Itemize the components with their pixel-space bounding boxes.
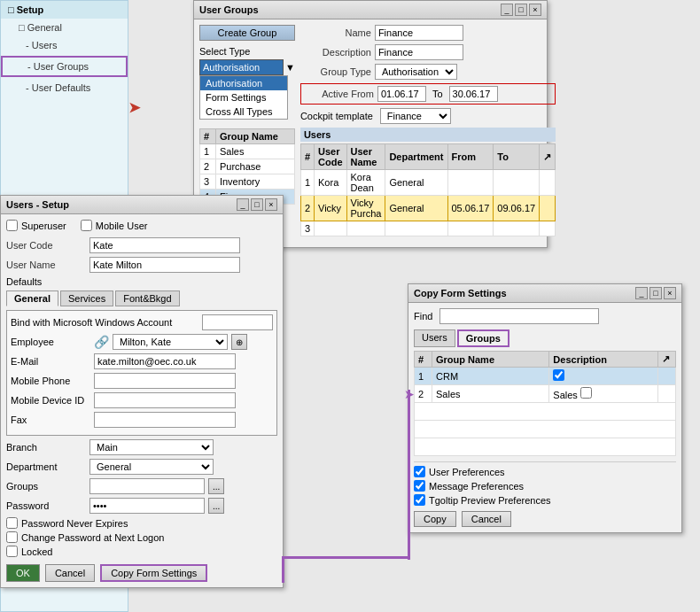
ok-btn[interactable]: OK	[6, 564, 40, 582]
table-row[interactable]: 2 Purchase	[200, 159, 295, 174]
cfs-col-name: Group Name	[432, 352, 549, 368]
cfs-maximize-btn[interactable]: □	[649, 287, 662, 299]
locked-checkbox[interactable]	[6, 546, 18, 557]
groups-col-num: #	[200, 129, 216, 144]
tab-services[interactable]: Services	[60, 291, 113, 306]
superuser-checkbox[interactable]	[6, 220, 18, 231]
sidebar-item-user-groups[interactable]: - User Groups	[1, 56, 128, 77]
password-btn[interactable]: ...	[208, 498, 224, 514]
cfs-copy-btn[interactable]: Copy	[414, 511, 456, 527]
tab-font-bkgd[interactable]: Font&Bkgd	[115, 291, 179, 306]
description-input[interactable]	[375, 44, 463, 60]
cfs-minimize-btn[interactable]: _	[635, 287, 648, 299]
sidebar-user-groups-label: User Groups	[34, 61, 89, 72]
cancel-btn[interactable]: Cancel	[45, 564, 95, 582]
users-col-num: #	[300, 144, 314, 170]
cfs-tab-users[interactable]: Users	[414, 329, 455, 347]
us-to-cfs-arrow-v	[282, 556, 284, 583]
table-row[interactable]: 3	[300, 221, 555, 236]
cfs-tab-bar: Users Groups	[414, 329, 676, 347]
sidebar-setup-section: □ Setup	[1, 1, 128, 19]
groups-input[interactable]	[89, 478, 205, 494]
mobile-device-id-input[interactable]	[94, 392, 236, 408]
pwd-never-expires-checkbox[interactable]	[6, 517, 18, 529]
employee-select[interactable]: Milton, Kate	[113, 334, 228, 350]
minimize-btn[interactable]: _	[501, 4, 513, 16]
cfs-window-controls: _ □ ×	[635, 287, 676, 299]
find-input[interactable]	[439, 308, 599, 324]
folder-icon: □	[19, 22, 25, 33]
cfs-tab-groups[interactable]: Groups	[457, 329, 509, 347]
bind-ms-input[interactable]	[202, 314, 273, 330]
cfs-close-btn[interactable]: ×	[664, 287, 676, 299]
table-row[interactable]: 3 Inventory	[200, 174, 295, 190]
us-to-cfs-arrow-head: ➤	[404, 387, 415, 401]
table-row[interactable]	[415, 421, 676, 438]
message-prefs-label: Message Preferences	[429, 481, 524, 492]
table-row[interactable]: 1 Sales	[200, 144, 295, 159]
table-row[interactable]	[415, 403, 676, 421]
description-label: Description	[300, 47, 371, 58]
cockpit-select[interactable]: Finance	[380, 108, 451, 124]
table-row[interactable]: 2 Vicky Vicky Purcha General 05.06.17 09…	[300, 196, 555, 221]
users-col-expand: ↗	[540, 144, 556, 170]
superuser-row: Superuser	[6, 220, 66, 231]
dropdown-item-cross-all[interactable]: Cross All Types	[200, 105, 287, 119]
to-input[interactable]	[449, 86, 498, 102]
users-col-to: To	[494, 144, 540, 170]
sales-checkbox[interactable]	[580, 387, 592, 399]
users-setup-window: Users - Setup _ □ × Superuser Mobile Use…	[0, 195, 284, 588]
table-row[interactable]: 2 Sales Sales	[415, 385, 676, 403]
group-type-select[interactable]: Authorisation	[375, 64, 457, 80]
table-row[interactable]	[415, 438, 676, 456]
tgoltip-prefs-checkbox[interactable]	[414, 494, 425, 506]
sidebar-item-users[interactable]: - Users	[1, 36, 128, 54]
maximize-btn[interactable]: □	[515, 4, 527, 16]
user-name-label: User Name	[6, 260, 86, 270]
us-close-btn[interactable]: ×	[265, 198, 277, 211]
tgoltip-prefs-label: Tgoltip Preview Preferences	[429, 495, 551, 506]
us-maximize-btn[interactable]: □	[251, 198, 263, 211]
select-type-label: Select Type	[199, 46, 250, 57]
dropdown-arrow[interactable]: ▼	[285, 62, 295, 73]
user-code-label: User Code	[6, 240, 86, 251]
sidebar-item-general[interactable]: □ General	[1, 19, 128, 36]
table-row[interactable]: 1 CRM	[415, 368, 676, 385]
employee-icon: 🔗	[94, 335, 109, 349]
user-prefs-checkbox[interactable]	[414, 466, 425, 477]
department-select[interactable]: General	[89, 459, 214, 475]
change-pwd-checkbox[interactable]	[6, 531, 18, 543]
mobile-device-id-label: Mobile Device ID	[11, 395, 90, 406]
groups-btn[interactable]: ...	[208, 478, 224, 494]
create-group-btn[interactable]: Create Group	[199, 25, 295, 41]
branch-label: Branch	[6, 442, 86, 453]
dropdown-item-form-settings[interactable]: Form Settings	[200, 90, 287, 105]
groups-label: Groups	[6, 481, 86, 492]
mobile-phone-input[interactable]	[94, 373, 236, 389]
select-type-input[interactable]	[199, 59, 284, 75]
close-btn[interactable]: ×	[529, 4, 541, 16]
tab-general[interactable]: General	[6, 291, 58, 306]
branch-select[interactable]: Main	[89, 439, 214, 455]
cfs-cancel-btn[interactable]: Cancel	[462, 511, 511, 527]
crm-checkbox[interactable]	[553, 369, 564, 381]
sidebar-item-user-defaults[interactable]: - User Defaults	[1, 79, 128, 97]
groups-col-name: Group Name	[215, 129, 294, 144]
email-input[interactable]	[94, 353, 236, 369]
user-code-input[interactable]	[89, 237, 240, 253]
fax-input[interactable]	[94, 412, 236, 428]
active-from-input[interactable]	[377, 86, 426, 102]
copy-form-settings-btn[interactable]: Copy Form Settings	[100, 564, 207, 582]
to-label: To	[432, 89, 443, 99]
select-type-dropdown[interactable]: Authorisation Form Settings Cross All Ty…	[199, 75, 288, 120]
message-prefs-checkbox[interactable]	[414, 480, 425, 492]
name-input[interactable]	[375, 25, 463, 41]
employee-btn[interactable]: ⊕	[231, 334, 247, 350]
table-row[interactable]: 1 Kora Kora Dean General	[300, 170, 555, 196]
mobile-user-checkbox[interactable]	[81, 220, 92, 231]
dash-icon: -	[26, 40, 29, 50]
password-input[interactable]	[89, 498, 205, 514]
dropdown-item-authorisation[interactable]: Authorisation	[200, 76, 287, 90]
user-name-input[interactable]	[89, 257, 240, 273]
us-minimize-btn[interactable]: _	[237, 198, 249, 211]
